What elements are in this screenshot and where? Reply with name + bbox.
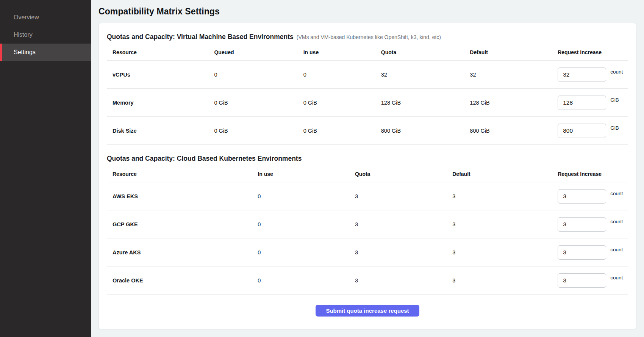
disk-size-quota-value: 800 GiB bbox=[381, 128, 470, 134]
cloud-header-quota: Quota bbox=[355, 171, 452, 177]
azure-aks-unit-label: count bbox=[610, 247, 623, 252]
disk-size-unit-label: GiB bbox=[610, 125, 619, 131]
table-row-memory: Memory 0 GiB 0 GiB 128 GiB 128 GiB GiB bbox=[107, 89, 628, 117]
vm-header-in-use: In use bbox=[303, 49, 381, 55]
disk-size-in-use-value: 0 GiB bbox=[303, 128, 381, 134]
cloud-header-request-increase: Request Increase bbox=[558, 171, 628, 177]
vm-table-header: Resource Queued In use Quota Default Req… bbox=[107, 41, 628, 61]
quotas-card: Quotas and Capacity: Virtual Machine Bas… bbox=[98, 23, 636, 330]
cloud-header-in-use: In use bbox=[258, 171, 355, 177]
vcpus-request-input[interactable] bbox=[558, 67, 606, 82]
oracle-oke-unit-label: count bbox=[610, 275, 623, 281]
memory-request-cell: GiB bbox=[558, 96, 628, 110]
vcpus-default-value: 32 bbox=[470, 72, 558, 78]
page-title: Compatibility Matrix Settings bbox=[98, 6, 636, 17]
vcpus-queued-value: 0 bbox=[214, 72, 303, 78]
cloud-table-header: Resource In use Quota Default Request In… bbox=[107, 163, 628, 182]
azure-aks-request-cell: count bbox=[558, 245, 628, 260]
gcp-gke-request-cell: count bbox=[558, 217, 628, 232]
disk-size-request-input[interactable] bbox=[558, 124, 606, 138]
memory-queued-value: 0 GiB bbox=[214, 100, 303, 106]
gcp-gke-in-use-value: 0 bbox=[258, 221, 355, 227]
oracle-oke-default-value: 3 bbox=[452, 277, 558, 284]
vcpus-in-use-value: 0 bbox=[303, 72, 381, 78]
memory-in-use-value: 0 GiB bbox=[303, 100, 381, 106]
cloud-header-resource: Resource bbox=[107, 171, 258, 177]
oracle-oke-quota-value: 3 bbox=[355, 277, 452, 284]
vcpus-request-cell: count bbox=[558, 67, 628, 82]
vcpus-unit-label: count bbox=[610, 69, 623, 75]
oracle-oke-request-cell: count bbox=[558, 273, 628, 288]
oracle-oke-in-use-value: 0 bbox=[258, 277, 355, 284]
disk-size-queued-value: 0 GiB bbox=[214, 128, 303, 134]
aws-eks-request-cell: count bbox=[558, 189, 628, 204]
oracle-oke-resource-label: Oracle OKE bbox=[107, 277, 258, 284]
main-content: Compatibility Matrix Settings Quotas and… bbox=[91, 0, 644, 337]
table-row-oracle-oke: Oracle OKE 0 3 3 count bbox=[107, 266, 628, 295]
sidebar-item-settings-label: Settings bbox=[14, 49, 36, 56]
table-row-gcp-gke: GCP GKE 0 3 3 count bbox=[107, 210, 628, 238]
sidebar-item-overview-label: Overview bbox=[14, 14, 39, 21]
aws-eks-quota-value: 3 bbox=[355, 193, 452, 199]
gcp-gke-request-input[interactable] bbox=[558, 217, 606, 232]
table-row-aws-eks: AWS EKS 0 3 3 count bbox=[107, 182, 628, 210]
aws-eks-request-input[interactable] bbox=[558, 189, 606, 204]
aws-eks-in-use-value: 0 bbox=[258, 193, 355, 199]
gcp-gke-resource-label: GCP GKE bbox=[107, 221, 258, 227]
vm-section-subtitle: (VMs and VM-based Kubernetes like OpenSh… bbox=[297, 34, 441, 40]
submit-quota-increase-button[interactable]: Submit quota increase request bbox=[316, 305, 419, 317]
disk-size-request-cell: GiB bbox=[558, 124, 628, 138]
oracle-oke-request-input[interactable] bbox=[558, 273, 606, 288]
memory-default-value: 128 GiB bbox=[470, 100, 558, 106]
azure-aks-quota-value: 3 bbox=[355, 249, 452, 255]
vm-section-title-text: Quotas and Capacity: Virtual Machine Bas… bbox=[107, 33, 294, 41]
vcpus-resource-label: vCPUs bbox=[107, 72, 214, 78]
vm-header-quota: Quota bbox=[381, 49, 470, 55]
aws-eks-default-value: 3 bbox=[452, 193, 558, 199]
aws-eks-resource-label: AWS EKS bbox=[107, 193, 258, 199]
vcpus-quota-value: 32 bbox=[381, 72, 470, 78]
cloud-header-default: Default bbox=[452, 171, 558, 177]
cloud-section-title: Quotas and Capacity: Cloud Based Kuberne… bbox=[107, 155, 628, 163]
gcp-gke-quota-value: 3 bbox=[355, 221, 452, 227]
aws-eks-unit-label: count bbox=[610, 191, 623, 196]
disk-size-default-value: 800 GiB bbox=[470, 128, 558, 134]
memory-resource-label: Memory bbox=[107, 100, 214, 106]
memory-request-input[interactable] bbox=[558, 96, 606, 110]
sidebar-item-overview[interactable]: Overview bbox=[0, 9, 91, 26]
disk-size-resource-label: Disk Size bbox=[107, 128, 214, 134]
gcp-gke-default-value: 3 bbox=[452, 221, 558, 227]
azure-aks-resource-label: Azure AKS bbox=[107, 249, 258, 255]
table-row-vcpus: vCPUs 0 0 32 32 count bbox=[107, 61, 628, 89]
vm-header-default: Default bbox=[470, 49, 558, 55]
vm-header-resource: Resource bbox=[107, 49, 214, 55]
gcp-gke-unit-label: count bbox=[610, 219, 623, 224]
vm-section-title: Quotas and Capacity: Virtual Machine Bas… bbox=[107, 33, 628, 41]
vm-header-request-increase: Request Increase bbox=[558, 49, 628, 55]
azure-aks-in-use-value: 0 bbox=[258, 249, 355, 255]
table-row-disk-size: Disk Size 0 GiB 0 GiB 800 GiB 800 GiB Gi… bbox=[107, 117, 628, 145]
sidebar: Overview History Settings bbox=[0, 0, 91, 337]
sidebar-item-history-label: History bbox=[14, 31, 33, 38]
azure-aks-request-input[interactable] bbox=[558, 245, 606, 260]
azure-aks-default-value: 3 bbox=[452, 249, 558, 255]
app-root: Overview History Settings Compatibility … bbox=[0, 0, 644, 337]
memory-unit-label: GiB bbox=[610, 97, 619, 103]
vm-header-queued: Queued bbox=[214, 49, 303, 55]
sidebar-item-settings[interactable]: Settings bbox=[0, 44, 91, 61]
table-row-azure-aks: Azure AKS 0 3 3 count bbox=[107, 238, 628, 266]
memory-quota-value: 128 GiB bbox=[381, 100, 470, 106]
sidebar-item-history[interactable]: History bbox=[0, 26, 91, 44]
submit-row: Submit quota increase request bbox=[107, 305, 628, 317]
